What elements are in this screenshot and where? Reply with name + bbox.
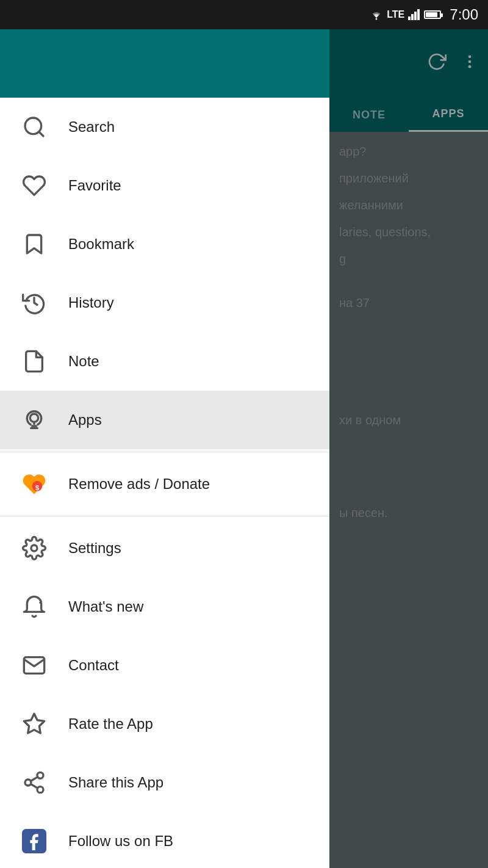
- menu-item-settings[interactable]: Settings: [0, 519, 329, 577]
- menu-label-favorite: Favorite: [68, 177, 121, 194]
- note-icon: [17, 344, 51, 378]
- menu-label-remove-ads: Remove ads / Donate: [68, 476, 210, 493]
- settings-icon: [17, 531, 51, 565]
- menu-item-search[interactable]: Search: [0, 98, 329, 156]
- divider-1: [0, 452, 329, 452]
- menu-label-note: Note: [68, 353, 99, 370]
- share-icon: [17, 765, 51, 800]
- menu-item-contact[interactable]: Contact: [0, 636, 329, 695]
- wifi-icon: [370, 9, 383, 20]
- apps-bulb-icon: [17, 403, 51, 437]
- menu-label-search: Search: [68, 118, 115, 136]
- svg-rect-2: [411, 14, 414, 20]
- search-icon: [17, 110, 51, 144]
- menu-label-rate: Rate the App: [68, 715, 153, 732]
- drawer-overlay[interactable]: [329, 29, 488, 868]
- menu-item-share[interactable]: Share this App: [0, 753, 329, 812]
- navigation-drawer: Search Favorite Bookmark History: [0, 29, 329, 868]
- menu-item-history[interactable]: History: [0, 273, 329, 332]
- menu-label-share: Share this App: [68, 774, 163, 791]
- menu-item-favorite[interactable]: Favorite: [0, 156, 329, 215]
- rate-icon: [17, 707, 51, 741]
- heart-icon: [17, 168, 51, 203]
- menu-label-bookmark: Bookmark: [68, 236, 134, 253]
- svg-text:$: $: [35, 483, 40, 491]
- menu-item-note[interactable]: Note: [0, 332, 329, 391]
- status-bar: LTE 7:00: [0, 0, 488, 29]
- drawer-header: [0, 29, 329, 98]
- lte-icon: LTE: [387, 9, 404, 20]
- svg-rect-3: [414, 12, 417, 20]
- battery-icon: [424, 10, 441, 19]
- svg-rect-1: [408, 16, 411, 20]
- menu-label-contact: Contact: [68, 657, 119, 674]
- donate-icon: $: [17, 467, 51, 501]
- svg-line-9: [39, 132, 43, 136]
- status-icons: LTE 7:00: [370, 6, 478, 23]
- svg-point-13: [31, 545, 37, 551]
- menu-label-history: History: [68, 294, 114, 311]
- menu-label-whats-new: What's new: [68, 598, 143, 615]
- facebook-icon: [17, 824, 51, 858]
- menu-item-remove-ads[interactable]: $ Remove ads / Donate: [0, 455, 329, 513]
- svg-rect-4: [417, 9, 420, 20]
- menu-label-settings: Settings: [68, 540, 121, 557]
- menu-label-apps: Apps: [68, 411, 102, 429]
- divider-2: [0, 516, 329, 516]
- svg-line-20: [30, 777, 37, 781]
- svg-point-10: [30, 414, 38, 422]
- status-time: 7:00: [450, 6, 478, 23]
- menu-item-bookmark[interactable]: Bookmark: [0, 215, 329, 273]
- svg-point-0: [376, 18, 378, 20]
- menu-item-whats-new[interactable]: What's new: [0, 577, 329, 636]
- bookmark-icon: [17, 227, 51, 261]
- svg-marker-15: [24, 714, 44, 733]
- menu-item-rate[interactable]: Rate the App: [0, 695, 329, 753]
- svg-line-19: [30, 784, 37, 789]
- menu-label-follow-fb: Follow us on FB: [68, 833, 173, 850]
- menu-item-follow-fb[interactable]: Follow us on FB: [0, 812, 329, 868]
- history-icon: [17, 286, 51, 320]
- menu-item-apps[interactable]: Apps: [0, 391, 329, 449]
- whats-new-icon: [17, 590, 51, 624]
- signal-icon: [408, 9, 420, 20]
- contact-icon: [17, 648, 51, 682]
